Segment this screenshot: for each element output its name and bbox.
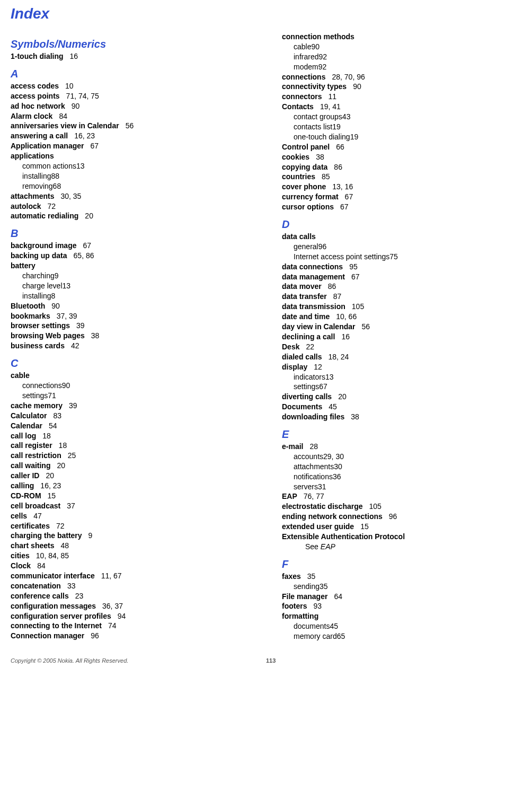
index-subterm: Internet access point settings xyxy=(294,252,389,261)
index-pages: 38 xyxy=(316,153,324,161)
index-pages: 10, 84, 85 xyxy=(36,551,69,560)
index-entry: connections28, 70, 96 xyxy=(282,72,521,82)
index-term: cities xyxy=(11,551,30,560)
index-term: data transfer xyxy=(282,292,327,301)
index-entry: cells47 xyxy=(11,511,250,521)
index-entry: downloading files38 xyxy=(282,412,521,422)
index-pages: 92 xyxy=(318,52,327,61)
index-entry: cable xyxy=(11,371,250,381)
index-pages: 67 xyxy=(319,382,327,391)
index-entry: extended user guide15 xyxy=(282,522,521,532)
index-entry: Bluetooth90 xyxy=(11,301,250,311)
index-term: attachments xyxy=(11,192,54,200)
index-entry: copying data86 xyxy=(282,162,521,172)
index-entry: autolock72 xyxy=(11,201,250,212)
index-entry: faxes35 xyxy=(282,572,521,582)
index-term: data management xyxy=(282,273,345,281)
index-entry: Clock84 xyxy=(11,561,250,571)
index-pages: 12 xyxy=(314,363,322,371)
index-pages: 35 xyxy=(307,572,316,581)
index-pages: 65 xyxy=(337,632,345,640)
index-entry: footers93 xyxy=(282,601,521,611)
index-subterm: contact groups xyxy=(294,112,342,121)
index-see-reference: See EAP xyxy=(305,542,521,552)
index-term: background image xyxy=(11,241,76,250)
index-entry: declining a call16 xyxy=(282,332,521,342)
index-entry: connectivity types90 xyxy=(282,82,521,92)
index-subentry: accounts29, 30 xyxy=(294,452,521,462)
index-subterm: notifications xyxy=(294,472,333,481)
index-pages: 33 xyxy=(67,582,76,590)
index-subentry: Internet access point settings75 xyxy=(294,252,521,262)
index-pages: 19 xyxy=(332,122,341,131)
index-entry: caller ID20 xyxy=(11,471,250,481)
index-subterm: sending xyxy=(294,582,320,591)
index-term: access codes xyxy=(11,82,59,90)
index-pages: 90 xyxy=(62,381,70,390)
index-entry: formatting xyxy=(282,611,521,621)
copyright-text: Copyright © 2005 Nokia. All Rights Reser… xyxy=(11,657,266,664)
index-term: cookies xyxy=(282,153,309,161)
index-term: Connection manager xyxy=(11,631,84,640)
index-entry: Application manager67 xyxy=(11,141,250,151)
index-pages: 93 xyxy=(313,602,322,610)
index-subentry: notifications36 xyxy=(294,472,521,482)
index-term: cell broadcast xyxy=(11,502,60,510)
index-subentry: one-touch dialing19 xyxy=(294,132,521,142)
index-subentry: sending35 xyxy=(294,582,521,592)
index-subentry: documents45 xyxy=(294,621,521,631)
page-title: Index xyxy=(11,5,521,22)
index-entry: Contacts19, 41 xyxy=(282,102,521,112)
index-subentry: servers31 xyxy=(294,482,521,492)
index-term: applications xyxy=(11,152,54,160)
index-term: Control panel xyxy=(282,143,330,151)
index-pages: 67 xyxy=(340,203,349,211)
index-term: Calculator xyxy=(11,411,47,420)
index-pages: 28, 70, 96 xyxy=(332,73,365,81)
index-term: automatic redialing xyxy=(11,212,78,220)
index-section-letter: C xyxy=(11,357,250,370)
index-pages: 71, 74, 75 xyxy=(66,92,99,100)
index-pages: 92 xyxy=(318,63,327,71)
index-term: business cards xyxy=(11,341,65,350)
index-subentry: cable90 xyxy=(294,42,521,52)
index-pages: 28 xyxy=(309,442,318,451)
index-term: browsing Web pages xyxy=(11,331,85,340)
index-pages: 66 xyxy=(336,143,344,151)
index-pages: 15 xyxy=(360,522,369,531)
index-term: diverting calls xyxy=(282,392,332,401)
index-entry: data mover86 xyxy=(282,282,521,292)
index-entry: anniversaries view in Calendar56 xyxy=(11,121,250,131)
index-pages: 71 xyxy=(48,391,56,400)
index-pages: 9 xyxy=(55,271,59,280)
index-term: charging the battery xyxy=(11,531,82,540)
index-subentry: memory card65 xyxy=(294,631,521,641)
index-entry: conference calls23 xyxy=(11,591,250,601)
index-term: access points xyxy=(11,92,60,100)
index-term: date and time xyxy=(282,312,330,321)
index-columns: Symbols/Numerics1-touch dialing16Aaccess… xyxy=(11,32,521,641)
index-term: data transmission xyxy=(282,302,345,311)
index-pages: 74 xyxy=(108,621,117,630)
index-entry: data connections95 xyxy=(282,262,521,272)
index-pages: 30 xyxy=(334,462,342,471)
index-term: 1-touch dialing xyxy=(11,52,64,60)
index-entry: dialed calls18, 24 xyxy=(282,352,521,362)
index-term: ad hoc network xyxy=(11,102,65,110)
index-subentry: charching9 xyxy=(22,271,250,281)
index-pages: 9 xyxy=(88,531,93,540)
index-pages: 13 xyxy=(63,282,71,290)
index-pages: 42 xyxy=(71,341,79,350)
index-pages: 16 xyxy=(341,332,350,341)
index-term: electrostatic discharge xyxy=(282,502,363,511)
index-term: battery xyxy=(11,261,36,270)
index-section-letter: A xyxy=(11,68,250,80)
index-pages: 36, 37 xyxy=(102,602,123,610)
index-subterm: installing xyxy=(22,172,51,180)
index-pages: 96 xyxy=(389,512,397,521)
index-subterm: charching xyxy=(22,271,55,280)
index-section-letter: F xyxy=(282,558,521,570)
index-term: caller ID xyxy=(11,471,39,480)
index-section-letter: B xyxy=(11,227,250,240)
index-entry: ending network connections96 xyxy=(282,512,521,522)
